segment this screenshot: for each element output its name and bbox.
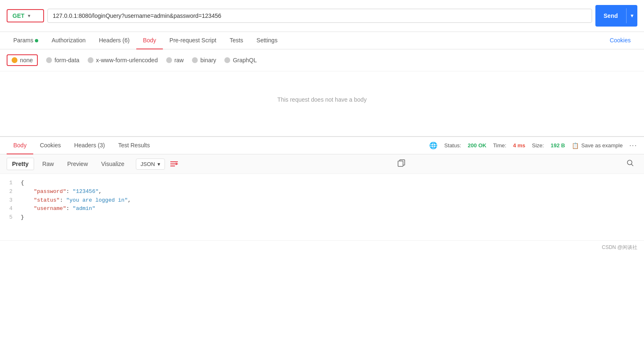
tab-params[interactable]: Params	[7, 32, 45, 49]
time-label: Time:	[493, 142, 506, 149]
body-type-graphql[interactable]: GraphQL	[224, 57, 257, 63]
globe-icon: 🌐	[429, 141, 438, 149]
tab-tests[interactable]: Tests	[223, 32, 250, 49]
json-format-selector[interactable]: JSON ▾	[136, 159, 165, 170]
tab-body[interactable]: Body	[136, 32, 163, 49]
send-button[interactable]: Send ▾	[595, 5, 637, 27]
save-icon: 📋	[572, 142, 579, 149]
search-button[interactable]	[623, 158, 637, 170]
wrap-lines-button[interactable]	[168, 158, 180, 170]
size-value: 192 B	[551, 142, 565, 149]
resp-tab-headers[interactable]: Headers (3)	[68, 137, 112, 154]
tab-settings[interactable]: Settings	[250, 32, 284, 49]
radio-urlencoded	[88, 57, 93, 63]
format-pretty[interactable]: Pretty	[7, 158, 34, 170]
method-dropdown-icon: ▾	[28, 13, 30, 19]
code-line-1: 1 {	[0, 179, 644, 188]
time-value: 4 ms	[513, 142, 526, 149]
copy-button[interactable]	[394, 158, 408, 170]
svg-line-6	[631, 164, 633, 166]
code-line-2: 2 "password": "123456",	[0, 188, 644, 196]
status-label: Status:	[444, 142, 461, 149]
tab-prerequest[interactable]: Pre-request Script	[163, 32, 223, 49]
code-line-5: 5 }	[0, 213, 644, 222]
more-options-button[interactable]: ···	[629, 142, 637, 149]
tab-cookies[interactable]: Cookies	[603, 32, 637, 49]
radio-none	[12, 57, 17, 63]
send-dropdown-icon[interactable]: ▾	[627, 13, 637, 19]
size-label: Size:	[532, 142, 544, 149]
format-bar: Pretty Raw Preview Visualize JSON ▾	[0, 154, 644, 174]
body-type-urlencoded[interactable]: x-www-form-urlencoded	[88, 57, 158, 63]
url-bar: GET ▾ Send ▾	[0, 0, 644, 32]
body-type-bar: none form-data x-www-form-urlencoded raw…	[0, 49, 644, 71]
tab-headers[interactable]: Headers (6)	[92, 32, 136, 49]
method-label: GET	[12, 12, 25, 19]
format-visualize[interactable]: Visualize	[96, 158, 130, 170]
save-example-label: Save as example	[581, 142, 623, 149]
body-type-form-data[interactable]: form-data	[46, 57, 79, 63]
response-code-viewer: 1 { 2 "password": "123456", 3 "status": …	[0, 174, 644, 240]
body-type-raw[interactable]: raw	[166, 57, 184, 63]
resp-tab-body[interactable]: Body	[7, 137, 33, 154]
radio-graphql	[224, 57, 230, 63]
body-type-binary[interactable]: binary	[192, 57, 216, 63]
body-type-none[interactable]: none	[7, 54, 38, 66]
radio-raw	[166, 57, 172, 63]
svg-point-5	[627, 160, 632, 165]
resp-tab-cookies[interactable]: Cookies	[33, 137, 68, 154]
url-input[interactable]	[47, 9, 592, 23]
body-empty-message: This request does not have a body	[0, 71, 644, 128]
params-dot	[35, 39, 38, 42]
response-tabs-bar: Body Cookies Headers (3) Test Results 🌐 …	[0, 137, 644, 154]
response-section: Body Cookies Headers (3) Test Results 🌐 …	[0, 136, 644, 254]
method-selector[interactable]: GET ▾	[7, 9, 44, 22]
request-tabs: Params Authorization Headers (6) Body Pr…	[0, 32, 644, 49]
radio-binary	[192, 57, 198, 63]
response-meta: 🌐 Status: 200 OK Time: 4 ms Size: 192 B …	[429, 141, 637, 149]
json-dropdown-icon: ▾	[157, 161, 160, 167]
status-value: 200 OK	[468, 142, 487, 149]
resp-tab-testresults[interactable]: Test Results	[111, 137, 156, 154]
footer-brand: CSDN @闲谈社	[0, 240, 644, 254]
save-example-button[interactable]: 📋 Save as example	[572, 142, 623, 149]
code-line-3: 3 "status": "you are logged in",	[0, 196, 644, 205]
send-label: Send	[595, 12, 626, 19]
radio-form-data	[46, 57, 52, 63]
code-line-4: 4 "username": "admin"	[0, 205, 644, 213]
format-preview[interactable]: Preview	[62, 158, 93, 170]
svg-rect-4	[398, 161, 403, 166]
format-raw[interactable]: Raw	[37, 158, 59, 170]
tab-authorization[interactable]: Authorization	[45, 32, 92, 49]
